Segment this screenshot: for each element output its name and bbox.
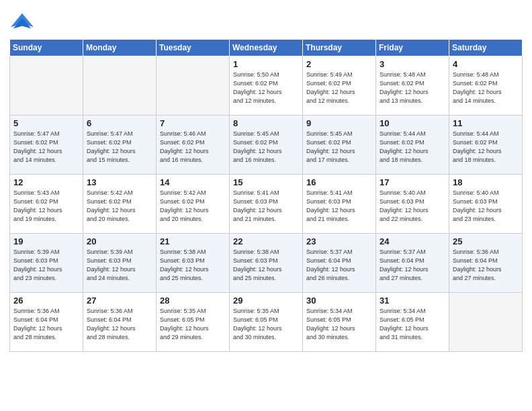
day-info: Sunrise: 5:36 AM Sunset: 6:04 PM Dayligh…: [87, 307, 152, 342]
day-info: Sunrise: 5:34 AM Sunset: 6:05 PM Dayligh…: [306, 307, 372, 342]
weekday-header-friday: Friday: [376, 40, 449, 56]
day-info: Sunrise: 5:45 AM Sunset: 6:02 PM Dayligh…: [306, 130, 372, 165]
day-info: Sunrise: 5:40 AM Sunset: 6:03 PM Dayligh…: [380, 189, 445, 224]
day-info: Sunrise: 5:49 AM Sunset: 6:02 PM Dayligh…: [306, 71, 372, 105]
calendar-cell: 16Sunrise: 5:41 AM Sunset: 6:03 PM Dayli…: [303, 175, 376, 234]
day-info: Sunrise: 5:34 AM Sunset: 6:05 PM Dayligh…: [380, 307, 445, 342]
day-info: Sunrise: 5:44 AM Sunset: 6:02 PM Dayligh…: [380, 130, 445, 165]
day-info: Sunrise: 5:44 AM Sunset: 6:02 PM Dayligh…: [453, 130, 519, 165]
calendar-cell: 13Sunrise: 5:42 AM Sunset: 6:02 PM Dayli…: [83, 175, 157, 234]
day-info: Sunrise: 5:37 AM Sunset: 6:04 PM Dayligh…: [306, 248, 372, 283]
calendar-cell: [157, 56, 230, 116]
day-info: Sunrise: 5:35 AM Sunset: 6:05 PM Dayligh…: [233, 307, 299, 342]
calendar-cell: 4Sunrise: 5:48 AM Sunset: 6:02 PM Daylig…: [449, 56, 523, 116]
day-info: Sunrise: 5:47 AM Sunset: 6:02 PM Dayligh…: [87, 130, 152, 165]
calendar-week-row: 26Sunrise: 5:36 AM Sunset: 6:04 PM Dayli…: [10, 293, 523, 352]
calendar-cell: 28Sunrise: 5:35 AM Sunset: 6:05 PM Dayli…: [157, 293, 230, 352]
day-info: Sunrise: 5:37 AM Sunset: 6:04 PM Dayligh…: [380, 248, 445, 283]
calendar-cell: 26Sunrise: 5:36 AM Sunset: 6:04 PM Dayli…: [10, 293, 83, 352]
logo: [9, 9, 38, 35]
weekday-header-thursday: Thursday: [303, 40, 376, 56]
day-number: 8: [233, 118, 299, 128]
calendar-cell: 22Sunrise: 5:38 AM Sunset: 6:03 PM Dayli…: [230, 234, 303, 293]
day-number: 26: [13, 295, 79, 306]
day-number: 18: [453, 177, 519, 187]
calendar-cell: 6Sunrise: 5:47 AM Sunset: 6:02 PM Daylig…: [83, 116, 157, 175]
day-info: Sunrise: 5:36 AM Sunset: 6:04 PM Dayligh…: [453, 248, 519, 283]
calendar-cell: 15Sunrise: 5:41 AM Sunset: 6:03 PM Dayli…: [230, 175, 303, 234]
day-number: 30: [306, 295, 372, 306]
day-number: 2: [306, 59, 372, 69]
calendar-cell: 1Sunrise: 5:50 AM Sunset: 6:02 PM Daylig…: [230, 56, 303, 116]
day-number: 29: [233, 295, 299, 306]
day-info: Sunrise: 5:46 AM Sunset: 6:02 PM Dayligh…: [160, 130, 226, 165]
day-number: 20: [87, 236, 152, 246]
day-info: Sunrise: 5:42 AM Sunset: 6:02 PM Dayligh…: [160, 189, 226, 224]
calendar-cell: 25Sunrise: 5:36 AM Sunset: 6:04 PM Dayli…: [449, 234, 523, 293]
day-info: Sunrise: 5:41 AM Sunset: 6:03 PM Dayligh…: [306, 189, 372, 224]
calendar-cell: 12Sunrise: 5:43 AM Sunset: 6:02 PM Dayli…: [10, 175, 83, 234]
day-number: 31: [380, 295, 445, 306]
day-number: 28: [160, 295, 226, 306]
day-info: Sunrise: 5:48 AM Sunset: 6:02 PM Dayligh…: [380, 71, 445, 105]
calendar-week-row: 5Sunrise: 5:47 AM Sunset: 6:02 PM Daylig…: [10, 116, 523, 175]
calendar-table: SundayMondayTuesdayWednesdayThursdayFrid…: [9, 39, 523, 352]
day-info: Sunrise: 5:38 AM Sunset: 6:03 PM Dayligh…: [233, 248, 299, 283]
day-number: 3: [380, 59, 445, 69]
calendar-cell: 18Sunrise: 5:40 AM Sunset: 6:03 PM Dayli…: [449, 175, 523, 234]
calendar-cell: 27Sunrise: 5:36 AM Sunset: 6:04 PM Dayli…: [83, 293, 157, 352]
day-info: Sunrise: 5:45 AM Sunset: 6:02 PM Dayligh…: [233, 130, 299, 165]
calendar-cell: 7Sunrise: 5:46 AM Sunset: 6:02 PM Daylig…: [157, 116, 230, 175]
calendar-cell: 14Sunrise: 5:42 AM Sunset: 6:02 PM Dayli…: [157, 175, 230, 234]
weekday-header-wednesday: Wednesday: [230, 40, 303, 56]
day-info: Sunrise: 5:50 AM Sunset: 6:02 PM Dayligh…: [233, 71, 299, 105]
day-number: 17: [380, 177, 445, 187]
day-number: 1: [233, 59, 299, 69]
calendar-cell: 21Sunrise: 5:38 AM Sunset: 6:03 PM Dayli…: [157, 234, 230, 293]
calendar-cell: 11Sunrise: 5:44 AM Sunset: 6:02 PM Dayli…: [449, 116, 523, 175]
day-number: 12: [13, 177, 79, 187]
day-info: Sunrise: 5:47 AM Sunset: 6:02 PM Dayligh…: [13, 130, 79, 165]
weekday-header-saturday: Saturday: [449, 40, 523, 56]
day-number: 14: [160, 177, 226, 187]
calendar-week-row: 1Sunrise: 5:50 AM Sunset: 6:02 PM Daylig…: [10, 56, 523, 116]
calendar-week-row: 12Sunrise: 5:43 AM Sunset: 6:02 PM Dayli…: [10, 175, 523, 234]
weekday-header-sunday: Sunday: [10, 40, 83, 56]
day-info: Sunrise: 5:40 AM Sunset: 6:03 PM Dayligh…: [453, 189, 519, 224]
day-number: 21: [160, 236, 226, 246]
weekday-header-row: SundayMondayTuesdayWednesdayThursdayFrid…: [10, 40, 523, 56]
day-info: Sunrise: 5:43 AM Sunset: 6:02 PM Dayligh…: [13, 189, 79, 224]
weekday-header-monday: Monday: [83, 40, 157, 56]
calendar-cell: 19Sunrise: 5:39 AM Sunset: 6:03 PM Dayli…: [10, 234, 83, 293]
day-number: 19: [13, 236, 79, 246]
day-info: Sunrise: 5:36 AM Sunset: 6:04 PM Dayligh…: [13, 307, 79, 342]
weekday-header-tuesday: Tuesday: [157, 40, 230, 56]
calendar-cell: 8Sunrise: 5:45 AM Sunset: 6:02 PM Daylig…: [230, 116, 303, 175]
day-number: 23: [306, 236, 372, 246]
day-number: 22: [233, 236, 299, 246]
day-number: 7: [160, 118, 226, 128]
calendar-cell: 17Sunrise: 5:40 AM Sunset: 6:03 PM Dayli…: [376, 175, 449, 234]
day-number: 13: [87, 177, 152, 187]
generalblue-logo-icon: [9, 9, 35, 35]
calendar-cell: [83, 56, 157, 116]
day-number: 4: [453, 59, 519, 69]
page: SundayMondayTuesdayWednesdayThursdayFrid…: [0, 0, 532, 411]
calendar-cell: 29Sunrise: 5:35 AM Sunset: 6:05 PM Dayli…: [230, 293, 303, 352]
calendar-cell: 5Sunrise: 5:47 AM Sunset: 6:02 PM Daylig…: [10, 116, 83, 175]
day-number: 15: [233, 177, 299, 187]
calendar-cell: 24Sunrise: 5:37 AM Sunset: 6:04 PM Dayli…: [376, 234, 449, 293]
calendar-cell: 3Sunrise: 5:48 AM Sunset: 6:02 PM Daylig…: [376, 56, 449, 116]
calendar-cell: 10Sunrise: 5:44 AM Sunset: 6:02 PM Dayli…: [376, 116, 449, 175]
day-number: 27: [87, 295, 152, 306]
calendar-cell: 9Sunrise: 5:45 AM Sunset: 6:02 PM Daylig…: [303, 116, 376, 175]
day-info: Sunrise: 5:48 AM Sunset: 6:02 PM Dayligh…: [453, 71, 519, 105]
calendar-cell: [449, 293, 523, 352]
day-number: 11: [453, 118, 519, 128]
day-number: 24: [380, 236, 445, 246]
calendar-cell: 31Sunrise: 5:34 AM Sunset: 6:05 PM Dayli…: [376, 293, 449, 352]
header: [9, 7, 523, 35]
day-number: 5: [13, 118, 79, 128]
day-number: 9: [306, 118, 372, 128]
day-info: Sunrise: 5:41 AM Sunset: 6:03 PM Dayligh…: [233, 189, 299, 224]
